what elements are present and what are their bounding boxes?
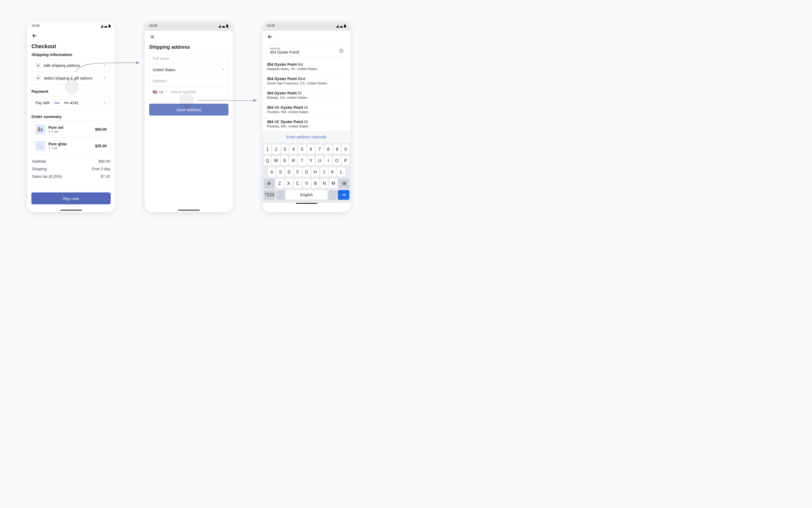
key-M[interactable]: M bbox=[329, 179, 337, 188]
key-Z[interactable]: Z bbox=[276, 179, 284, 188]
key-W[interactable]: W bbox=[272, 156, 280, 166]
key-C[interactable]: C bbox=[294, 179, 302, 188]
key-J[interactable]: J bbox=[320, 167, 328, 177]
key-P[interactable]: P bbox=[342, 156, 349, 166]
backspace-key[interactable] bbox=[338, 179, 349, 188]
tax-value: $7.42 bbox=[101, 174, 110, 179]
address-suggestion[interactable]: 354 Oyster Point RdNewport News, VA, Uni… bbox=[262, 59, 350, 74]
virtual-keyboard: 1234567890QWERTYUIOPASDFGHJKLZXCVBNM?123… bbox=[262, 143, 350, 203]
key-L[interactable]: L bbox=[338, 167, 345, 177]
address-field[interactable]: Address bbox=[149, 75, 228, 86]
back-icon[interactable] bbox=[31, 33, 38, 39]
search-input-value: 354 Oyster Point bbox=[270, 50, 298, 54]
address-suggestion[interactable]: 354 Oyster Point DrMidway, GA, United St… bbox=[262, 88, 350, 102]
row-label: Add shipping address bbox=[44, 63, 100, 68]
shift-key[interactable] bbox=[264, 179, 275, 188]
key-G[interactable]: G bbox=[303, 167, 310, 177]
key-2[interactable]: 2 bbox=[272, 144, 280, 154]
chevron-down-icon bbox=[221, 68, 225, 72]
key-H[interactable]: H bbox=[311, 167, 319, 177]
key-S[interactable]: S bbox=[276, 167, 284, 177]
shipping-section-title: Shipping information bbox=[31, 52, 111, 57]
chevron-right-icon bbox=[103, 63, 106, 68]
key-R[interactable]: R bbox=[290, 156, 297, 166]
status-icons bbox=[100, 24, 111, 28]
add-shipping-address-row[interactable]: + Add shipping address bbox=[32, 59, 111, 72]
key-K[interactable]: K bbox=[329, 167, 336, 177]
enter-key[interactable] bbox=[338, 190, 349, 200]
key-4[interactable]: 4 bbox=[290, 144, 297, 154]
payment-card: Pay with VISA •••• 4242 bbox=[31, 96, 111, 110]
product-thumbnail bbox=[36, 141, 45, 151]
country-select[interactable]: United States bbox=[149, 64, 228, 75]
phone-checkout: 10:00 Checkout Shipping information + Ad… bbox=[27, 22, 115, 212]
close-icon[interactable] bbox=[149, 34, 156, 40]
key-X[interactable]: X bbox=[285, 179, 293, 188]
address-suggestion[interactable]: 354 NE Oyster Point DrPoulsbo, WA, Unite… bbox=[262, 117, 350, 131]
plus-icon: + bbox=[36, 76, 41, 81]
key-E[interactable]: E bbox=[281, 156, 289, 166]
comma-key[interactable]: , bbox=[276, 190, 285, 200]
status-time: 10:00 bbox=[31, 24, 40, 28]
key-V[interactable]: V bbox=[303, 179, 310, 188]
save-address-button[interactable]: Save address bbox=[149, 104, 228, 116]
status-bar: 10:00 bbox=[262, 22, 350, 30]
product-meta: 1 × set bbox=[48, 130, 63, 133]
key-B[interactable]: B bbox=[311, 179, 319, 188]
key-Y[interactable]: Y bbox=[307, 156, 315, 166]
address-search-field[interactable]: Address 354 Oyster Point ✕ bbox=[267, 45, 346, 57]
status-time: 10:00 bbox=[267, 24, 275, 28]
payment-method-row[interactable]: Pay with VISA •••• 4242 bbox=[32, 96, 111, 110]
plus-icon: + bbox=[36, 63, 41, 68]
back-icon[interactable] bbox=[267, 34, 273, 40]
key-6[interactable]: 6 bbox=[307, 144, 315, 154]
order-card: Pure set 1 × set $65.00 Pure glow 1 × ja… bbox=[31, 121, 111, 154]
period-key[interactable]: . bbox=[328, 190, 337, 200]
status-time: 10:00 bbox=[149, 24, 157, 28]
order-item: Pure glow 1 × jar $25.00 bbox=[32, 137, 111, 154]
app-bar bbox=[27, 30, 115, 42]
key-9[interactable]: 9 bbox=[333, 144, 341, 154]
clear-icon[interactable]: ✕ bbox=[339, 48, 344, 53]
key-N[interactable]: N bbox=[320, 179, 328, 188]
phone-field[interactable]: 🇺🇸 +1 Phone Number bbox=[149, 86, 228, 97]
key-7[interactable]: 7 bbox=[316, 144, 324, 154]
row-label: Select shipping & gift options bbox=[44, 76, 100, 80]
full-name-field[interactable]: Full name bbox=[149, 53, 228, 64]
key-A[interactable]: A bbox=[268, 167, 275, 177]
us-flag-icon: 🇺🇸 bbox=[153, 90, 157, 94]
key-I[interactable]: I bbox=[325, 156, 332, 166]
key-T[interactable]: T bbox=[298, 156, 306, 166]
address-suggestion[interactable]: 354 NE Oyster Point DrPoulsbo, WA, Unite… bbox=[262, 102, 350, 117]
status-bar: 10:00 bbox=[145, 22, 233, 30]
key-8[interactable]: 8 bbox=[325, 144, 332, 154]
key-Q[interactable]: Q bbox=[264, 156, 271, 166]
key-D[interactable]: D bbox=[285, 167, 293, 177]
select-shipping-options-row[interactable]: + Select shipping & gift options bbox=[32, 72, 111, 84]
order-section-title: Order summary bbox=[31, 114, 111, 119]
key-1[interactable]: 1 bbox=[264, 144, 271, 154]
android-nav-handle bbox=[178, 210, 200, 211]
phone-shipping-address: 10:00 Shipping address Full name bbox=[145, 22, 233, 212]
enter-manually-link[interactable]: Enter address manually bbox=[262, 131, 350, 143]
card-last4: •••• 4242 bbox=[64, 101, 79, 105]
mode-key[interactable]: ?123 bbox=[264, 190, 275, 200]
address-suggestion[interactable]: 354 Oyster Point BlvdSouth San Francisco… bbox=[262, 74, 350, 88]
address-form: Full name United States Address 🇺🇸 +1 bbox=[149, 53, 228, 98]
svg-marker-11 bbox=[336, 25, 339, 28]
footer: Pay now bbox=[27, 189, 115, 209]
key-5[interactable]: 5 bbox=[298, 144, 306, 154]
key-3[interactable]: 3 bbox=[281, 144, 289, 154]
status-icons bbox=[218, 24, 228, 28]
key-O[interactable]: O bbox=[333, 156, 341, 166]
placeholder: Address bbox=[153, 79, 166, 83]
app-bar bbox=[262, 31, 350, 43]
svg-rect-12 bbox=[344, 25, 346, 28]
visa-badge: VISA bbox=[52, 100, 61, 106]
key-F[interactable]: F bbox=[294, 167, 302, 177]
key-U[interactable]: U bbox=[316, 156, 324, 166]
key-0[interactable]: 0 bbox=[342, 144, 349, 154]
space-key[interactable]: English bbox=[286, 190, 328, 200]
pay-now-button[interactable]: Pay now bbox=[31, 193, 111, 204]
svg-rect-8 bbox=[226, 25, 228, 28]
